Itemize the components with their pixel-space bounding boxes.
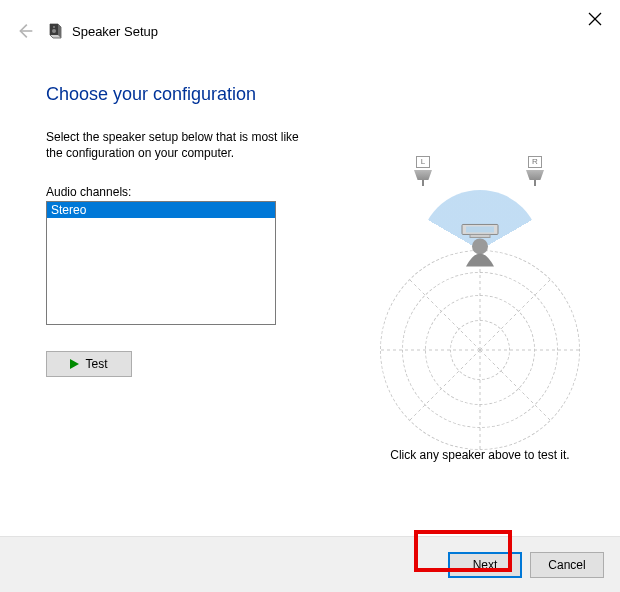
channels-label: Audio channels:: [46, 185, 299, 199]
svg-point-4: [52, 29, 56, 33]
back-arrow-icon: [14, 20, 36, 42]
speaker-icon: [46, 22, 64, 40]
test-button[interactable]: Test: [46, 351, 132, 377]
svg-line-12: [480, 350, 550, 420]
next-button[interactable]: Next: [448, 552, 522, 578]
left-speaker[interactable]: L: [414, 156, 432, 186]
window-title: Speaker Setup: [72, 24, 158, 39]
list-item[interactable]: Stereo: [47, 202, 275, 218]
svg-point-16: [472, 238, 488, 254]
user-icon: [454, 222, 506, 273]
svg-rect-14: [466, 226, 494, 232]
svg-rect-15: [470, 234, 490, 237]
play-icon: [70, 359, 79, 369]
page-heading: Choose your configuration: [46, 84, 574, 105]
diagram-hint: Click any speaker above to test it.: [370, 448, 590, 462]
page-description: Select the speaker setup below that is m…: [46, 129, 299, 161]
right-speaker[interactable]: R: [526, 156, 544, 186]
cancel-button[interactable]: Cancel: [530, 552, 604, 578]
svg-line-9: [410, 280, 480, 350]
arc-grid: [380, 250, 580, 450]
svg-line-10: [480, 280, 550, 350]
wizard-footer: Next Cancel: [0, 536, 620, 592]
svg-point-3: [53, 26, 55, 28]
svg-line-11: [410, 350, 480, 420]
close-button[interactable]: [588, 12, 602, 26]
audio-channels-listbox[interactable]: Stereo: [46, 201, 276, 325]
